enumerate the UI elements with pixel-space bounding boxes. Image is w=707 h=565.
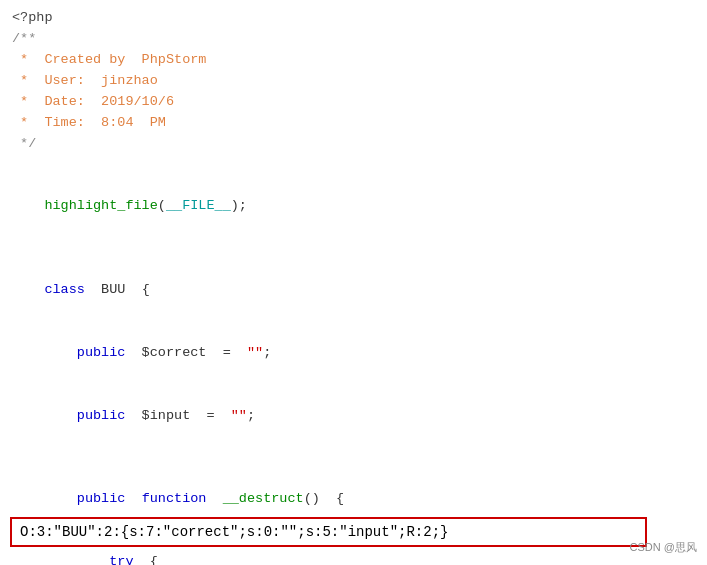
line-3: * Created by PhpStorm	[12, 50, 695, 71]
line-6: * Time: 8:04 PM	[12, 113, 695, 134]
line-12: public $correct = "";	[12, 322, 695, 385]
result-text: O:3:"BUU":2:{s:7:"correct";s:0:"";s:5:"i…	[20, 524, 448, 540]
line-5: * Date: 2019/10/6	[12, 92, 695, 113]
line-2: /**	[12, 29, 695, 50]
line-11: class BUU {	[12, 259, 695, 322]
line-7: */	[12, 134, 695, 155]
result-output-box: O:3:"BUU":2:{s:7:"correct";s:0:"";s:5:"i…	[10, 517, 647, 547]
code-area: <?php /** * Created by PhpStorm * User: …	[0, 0, 707, 565]
line-1: <?php	[12, 8, 695, 29]
line-10	[12, 238, 695, 259]
line-14	[12, 447, 695, 468]
line-13: public $input = "";	[12, 385, 695, 448]
line-9: highlight_file(__FILE__);	[12, 175, 695, 238]
watermark: CSDN @思风	[630, 540, 697, 555]
line-4: * User: jinzhao	[12, 71, 695, 92]
line-8	[12, 154, 695, 175]
